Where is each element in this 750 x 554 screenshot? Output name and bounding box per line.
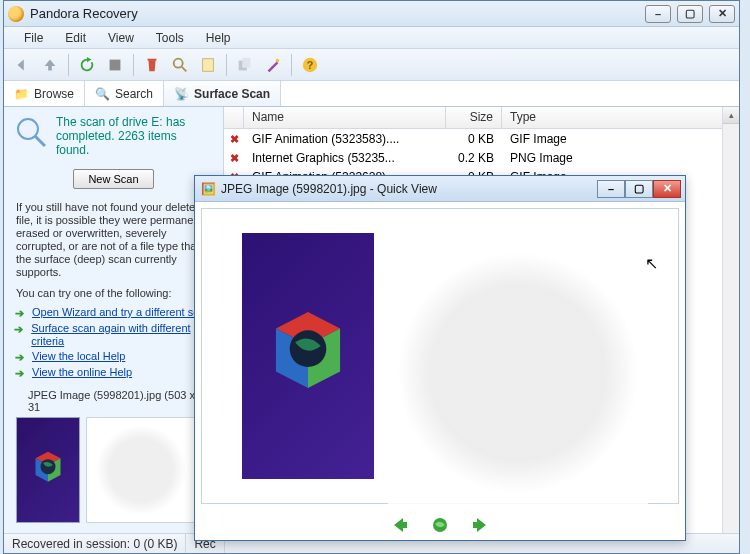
- new-scan-button[interactable]: New Scan: [73, 169, 153, 189]
- sidebar: The scan of drive E: has completed. 2263…: [4, 107, 224, 533]
- main-minimize-button[interactable]: –: [645, 5, 671, 23]
- stop-icon[interactable]: [103, 53, 127, 77]
- svg-point-5: [276, 58, 280, 62]
- svg-point-1: [174, 58, 183, 67]
- main-maximize-button[interactable]: ▢: [677, 5, 703, 23]
- quickview-body: [201, 208, 679, 504]
- tab-surface-scan[interactable]: 📡 Surface Scan: [164, 81, 281, 106]
- suggestion-list: ➔Open Wizard and try a different scan ➔S…: [4, 303, 223, 383]
- magnifier-icon: [14, 115, 50, 151]
- quickview-home-button[interactable]: [429, 514, 451, 536]
- tab-search-label: Search: [115, 87, 153, 101]
- main-titlebar: Pandora Recovery – ▢ ✕: [4, 1, 739, 27]
- app-icon: [8, 6, 24, 22]
- search-small-icon: 🔍: [95, 87, 110, 101]
- menu-file[interactable]: File: [14, 29, 53, 47]
- menu-tools[interactable]: Tools: [146, 29, 194, 47]
- menubar: File Edit View Tools Help: [4, 27, 739, 49]
- quickview-window: 🖼️ JPEG Image (5998201).jpg - Quick View…: [194, 175, 686, 541]
- suggestion-header: You can try one of the following:: [4, 283, 223, 303]
- results-scrollbar[interactable]: ▴: [722, 107, 739, 533]
- main-close-button[interactable]: ✕: [709, 5, 735, 23]
- scroll-up-icon[interactable]: ▴: [723, 107, 739, 124]
- table-row[interactable]: ✖ Internet Graphics (53235... 0.2 KB PNG…: [224, 148, 739, 167]
- menu-help[interactable]: Help: [196, 29, 241, 47]
- wand-icon[interactable]: [261, 53, 285, 77]
- quickview-titlebar[interactable]: 🖼️ JPEG Image (5998201).jpg - Quick View…: [195, 176, 685, 202]
- search-icon[interactable]: [168, 53, 192, 77]
- arrow-icon: ➔: [12, 350, 26, 364]
- preview-thumbnail-2[interactable]: [86, 417, 196, 523]
- suggest-link-wizard[interactable]: Open Wizard and try a different scan: [32, 306, 211, 319]
- quickview-title: JPEG Image (5998201).jpg - Quick View: [221, 182, 597, 196]
- svg-rect-0: [110, 59, 121, 70]
- svg-rect-4: [242, 57, 250, 67]
- tab-surface-label: Surface Scan: [194, 87, 270, 101]
- quickview-prev-button[interactable]: [389, 514, 411, 536]
- suggest-link-online-help[interactable]: View the online Help: [32, 366, 132, 379]
- up-icon[interactable]: [38, 53, 62, 77]
- arrow-icon: ➔: [12, 366, 26, 380]
- quickview-minimize-button[interactable]: –: [597, 180, 625, 198]
- mode-tabs: 📁 Browse 🔍 Search 📡 Surface Scan: [4, 81, 739, 107]
- help-icon[interactable]: ?: [298, 53, 322, 77]
- column-type[interactable]: Type: [502, 107, 739, 128]
- delete-icon[interactable]: [140, 53, 164, 77]
- tab-search[interactable]: 🔍 Search: [85, 81, 164, 106]
- results-header: Name Size Type: [224, 107, 739, 129]
- menu-edit[interactable]: Edit: [55, 29, 96, 47]
- quickview-maximize-button[interactable]: ▢: [625, 180, 653, 198]
- quickview-globe-bg: [388, 229, 648, 517]
- column-name[interactable]: Name: [244, 107, 446, 128]
- toolbar: ?: [4, 49, 739, 81]
- menu-view[interactable]: View: [98, 29, 144, 47]
- image-file-icon: 🖼️: [201, 182, 216, 196]
- table-row[interactable]: ✖ GIF Animation (5323583).... 0 KB GIF I…: [224, 129, 739, 148]
- back-icon[interactable]: [10, 53, 34, 77]
- deleted-icon: ✖: [228, 133, 240, 145]
- preview-filename-label: JPEG Image (5998201).jpg (503 x 31: [4, 383, 223, 417]
- deleted-icon: ✖: [228, 152, 240, 164]
- cube-large-icon: [253, 301, 363, 411]
- copy-icon[interactable]: [233, 53, 257, 77]
- folder-icon: 📁: [14, 87, 29, 101]
- svg-text:?: ?: [307, 58, 314, 70]
- tab-browse-label: Browse: [34, 87, 74, 101]
- suggest-link-rescan[interactable]: Surface scan again with different criter…: [31, 322, 215, 348]
- scan-info-text: If you still have not found your deleted…: [4, 197, 223, 283]
- cube-icon: [23, 445, 73, 495]
- column-size[interactable]: Size: [446, 107, 502, 128]
- suggest-link-local-help[interactable]: View the local Help: [32, 350, 125, 363]
- quickview-image: [242, 233, 374, 479]
- status-recovered: Recovered in session: 0 (0 KB): [4, 534, 186, 553]
- quickview-next-button[interactable]: [469, 514, 491, 536]
- preview-thumbnail-1[interactable]: [16, 417, 80, 523]
- refresh-icon[interactable]: [75, 53, 99, 77]
- tab-browse[interactable]: 📁 Browse: [4, 81, 85, 106]
- arrow-icon: ➔: [12, 322, 25, 336]
- arrow-icon: ➔: [12, 306, 26, 320]
- scan-small-icon: 📡: [174, 87, 189, 101]
- notes-icon[interactable]: [196, 53, 220, 77]
- svg-rect-2: [203, 58, 214, 71]
- quickview-close-button[interactable]: ✕: [653, 180, 681, 198]
- app-title: Pandora Recovery: [30, 6, 645, 21]
- scan-status-text: The scan of drive E: has completed. 2263…: [56, 115, 213, 157]
